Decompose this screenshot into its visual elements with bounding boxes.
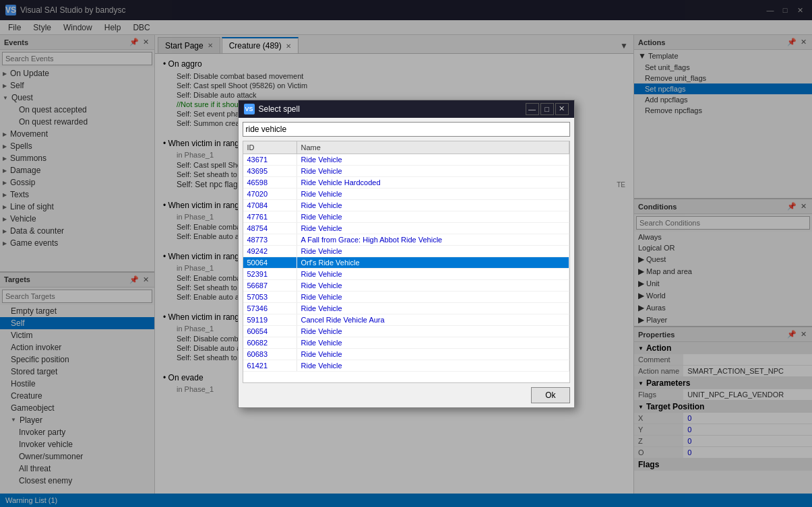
table-row[interactable]: 60654Ride Vehicle [243, 326, 569, 337]
col-header-id: ID [243, 141, 297, 154]
modal-minimize-button[interactable]: — [526, 103, 539, 115]
table-row[interactable]: 60682Ride Vehicle [243, 337, 569, 349]
table-row[interactable]: 48773A Fall from Grace: High Abbot Ride … [243, 234, 569, 246]
modal-footer: Ok [239, 383, 574, 407]
table-row[interactable]: 57053Ride Vehicle [243, 292, 569, 303]
modal-overlay: VS Select spell — □ ✕ ID Name 43671Ride … [0, 0, 812, 507]
table-row[interactable]: 52391Ride Vehicle [243, 269, 569, 280]
table-row[interactable]: 56687Ride Vehicle [243, 280, 569, 292]
modal-title-text: Select spell [259, 104, 300, 114]
table-row[interactable]: 46598Ride Vehicle Hardcoded [243, 177, 569, 189]
table-row[interactable]: 47020Ride Vehicle [243, 189, 569, 200]
table-row[interactable]: 47761Ride Vehicle [243, 211, 569, 223]
table-header: ID Name [243, 141, 569, 154]
table-row[interactable]: 60683Ride Vehicle [243, 349, 569, 360]
table-row[interactable]: 61421Ride Vehicle [243, 360, 569, 372]
col-header-name: Name [297, 141, 569, 154]
modal-table[interactable]: ID Name 43671Ride Vehicle 43695Ride Vehi… [243, 141, 570, 383]
ok-button[interactable]: Ok [531, 387, 569, 403]
modal-controls: — □ ✕ [526, 103, 569, 115]
modal-search-area [239, 118, 574, 141]
modal-close-button[interactable]: ✕ [555, 103, 569, 115]
table-row[interactable]: 47084Ride Vehicle [243, 200, 569, 211]
table-row[interactable]: 49242Ride Vehicle [243, 246, 569, 257]
modal-search-input[interactable] [243, 122, 570, 137]
table-row[interactable]: 59119Cancel Ride Vehicle Aura [243, 314, 569, 326]
table-row[interactable]: 43695Ride Vehicle [243, 166, 569, 177]
modal-title-left: VS Select spell [244, 104, 300, 114]
select-spell-modal: VS Select spell — □ ✕ ID Name 43671Ride … [238, 100, 575, 408]
table-row[interactable]: 57346Ride Vehicle [243, 303, 569, 314]
table-row[interactable]: 48754Ride Vehicle [243, 223, 569, 234]
modal-icon: VS [244, 104, 255, 114]
table-row[interactable]: 43671Ride Vehicle [243, 154, 569, 166]
table-row-selected[interactable]: 50064Orf's Ride Vehicle [243, 257, 569, 269]
modal-titlebar: VS Select spell — □ ✕ [239, 100, 574, 118]
modal-maximize-button[interactable]: □ [540, 103, 554, 115]
